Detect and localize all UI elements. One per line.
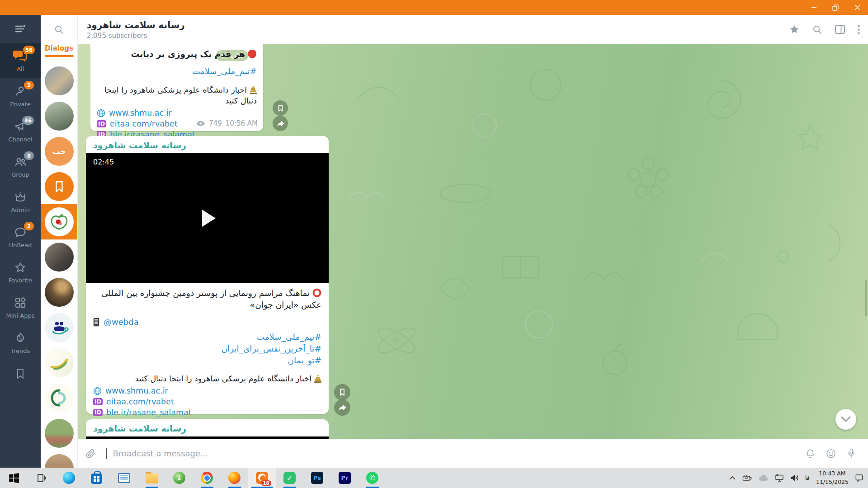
tray-chevron-up-icon[interactable] [729, 475, 736, 481]
dialogs-search-button[interactable] [41, 15, 77, 44]
taskbar-app-messenger-active[interactable]: 18 [248, 468, 276, 488]
chat-header-info[interactable]: رسانه سلامت شاهرود 2,095 subscribers [87, 19, 185, 40]
list-item[interactable] [41, 345, 77, 380]
chat-scrollbar[interactable] [865, 280, 867, 316]
video-player[interactable]: 02:45 [86, 153, 329, 283]
person-icon: 2 [14, 84, 27, 99]
avatar[interactable] [45, 207, 74, 236]
list-item[interactable] [41, 310, 77, 345]
avatar[interactable]: خب [45, 137, 74, 166]
avatar[interactable] [45, 102, 74, 131]
taskbar-clock[interactable]: 10:43 AM 11/15/2025 [816, 469, 849, 486]
taskbar-app-edge[interactable] [55, 468, 83, 488]
list-item-saved-messages[interactable] [41, 169, 77, 204]
list-item[interactable] [41, 380, 77, 416]
taskbar-app-security[interactable]: ✓ [276, 468, 303, 488]
taskbar-app-photoshop[interactable]: Ps [303, 468, 331, 488]
list-item[interactable] [41, 63, 77, 99]
restore-button[interactable] [825, 0, 846, 15]
channel-name[interactable]: رسانه سلامت شاهرود [86, 419, 329, 436]
system-app-icon [118, 473, 130, 483]
sidebar-item-trends[interactable]: Trends [0, 325, 41, 360]
message-history[interactable]: هر قدم یک پیروزی بر دیابت #تیم_ملی_سلامت… [78, 44, 868, 439]
onedrive-cloud-icon[interactable] [759, 474, 769, 481]
group-icon: 8 [14, 155, 27, 169]
avatar[interactable] [45, 243, 74, 272]
attach-paperclip-icon[interactable] [85, 448, 96, 459]
minimize-button[interactable] [803, 0, 825, 15]
taskbar-app-whatsapp[interactable]: ✆ [359, 468, 386, 488]
microphone-icon[interactable] [846, 448, 856, 459]
hashtag-link[interactable]: #تو_بمان [93, 355, 321, 366]
taskbar-badge: 18 [261, 480, 271, 486]
sidebar-item-unread[interactable]: 2 UnRead [0, 219, 41, 254]
taskbar-app-system[interactable] [110, 468, 138, 488]
battery-power-icon[interactable] [742, 474, 752, 482]
emoji-smiley-icon[interactable] [826, 448, 836, 459]
avatar[interactable] [45, 172, 74, 201]
avatar[interactable] [45, 66, 74, 95]
share-message-button[interactable] [334, 399, 350, 416]
sidebar-item-private[interactable]: 2 Private [0, 78, 41, 113]
list-item[interactable] [41, 239, 77, 275]
kebab-menu-icon[interactable] [858, 25, 860, 34]
taskbar-app-file-explorer[interactable] [138, 468, 165, 488]
favorite-star-icon[interactable] [789, 24, 800, 35]
notification-bell-icon[interactable] [805, 448, 816, 459]
task-view-button[interactable] [28, 468, 55, 488]
avatar[interactable] [45, 278, 74, 307]
taskbar-app-download-manager[interactable]: ↓ [165, 468, 193, 488]
close-button[interactable] [846, 0, 868, 15]
list-item[interactable]: خب [41, 134, 77, 169]
play-icon[interactable] [202, 210, 216, 227]
list-item[interactable] [41, 275, 77, 310]
sidebar-item-saved-messages[interactable] [0, 360, 41, 387]
website-link[interactable]: www.shmu.ac.ir [109, 108, 172, 117]
avatar[interactable] [45, 384, 74, 413]
sidebar-item-mini-apps[interactable]: Mini Apps [0, 290, 41, 325]
website-link[interactable]: www.shmu.ac.ir [105, 386, 168, 395]
sidebar-item-group[interactable]: 8 Group [0, 149, 41, 184]
taskbar-app-premiere[interactable]: Pr [331, 468, 359, 488]
speaker-icon[interactable] [790, 474, 799, 482]
sidebar-item-favorite[interactable]: Favorite [0, 254, 41, 290]
list-item[interactable] [41, 416, 77, 451]
eitaa-link[interactable]: eitaa.com/rvabet [110, 119, 178, 128]
taskbar-app-store[interactable] [83, 468, 110, 488]
list-item[interactable] [41, 99, 77, 134]
avatar[interactable] [45, 348, 74, 377]
action-center-icon[interactable] [855, 474, 863, 482]
avatar[interactable] [45, 313, 74, 342]
sidebar-item-all[interactable]: 56 All [0, 43, 41, 78]
taskbar-app-firefox[interactable] [221, 468, 248, 488]
hamburger-menu-button[interactable] [0, 15, 41, 43]
channel-name[interactable]: رسانه سلامت شاهرود [86, 136, 329, 153]
window-titlebar[interactable] [0, 0, 868, 15]
hashtag-link[interactable]: #تا_آخرین_نفس_برای_ایران [93, 343, 321, 355]
start-button[interactable] [0, 468, 28, 488]
message-input[interactable] [113, 449, 799, 458]
sidebar-item-admin[interactable]: Admin [0, 184, 41, 219]
bale-link[interactable]: ble.ir/rasane_salamat [106, 408, 192, 417]
hashtag-link[interactable]: #تیم_ملی_سلامت [192, 66, 257, 76]
list-item-active-channel[interactable] [41, 204, 77, 239]
sidebar-item-channel[interactable]: 46 Channel [0, 113, 41, 149]
avatar[interactable] [45, 419, 74, 448]
sidebar-item-label: Group [11, 171, 29, 178]
toggle-sidebar-icon[interactable] [835, 24, 845, 34]
mention-link[interactable]: @webda [104, 317, 139, 327]
taskbar-app-chrome[interactable] [193, 468, 221, 488]
avatar[interactable] [45, 454, 74, 468]
share-message-button[interactable] [273, 116, 288, 131]
scroll-to-bottom-button[interactable] [835, 409, 856, 430]
network-display-icon[interactable] [775, 474, 784, 482]
save-message-button[interactable] [273, 100, 288, 116]
video-player[interactable] [86, 436, 329, 439]
save-message-button[interactable] [334, 384, 350, 400]
eitaa-link[interactable]: eitaa.com/rvabet [106, 397, 174, 406]
search-icon[interactable] [812, 24, 822, 35]
chat-header[interactable]: رسانه سلامت شاهرود 2,095 subscribers [78, 15, 868, 44]
list-item[interactable] [41, 451, 77, 468]
hashtag-link[interactable]: #تیم_ملی_سلامت [93, 331, 321, 343]
language-indicator[interactable]: فا [805, 474, 810, 481]
